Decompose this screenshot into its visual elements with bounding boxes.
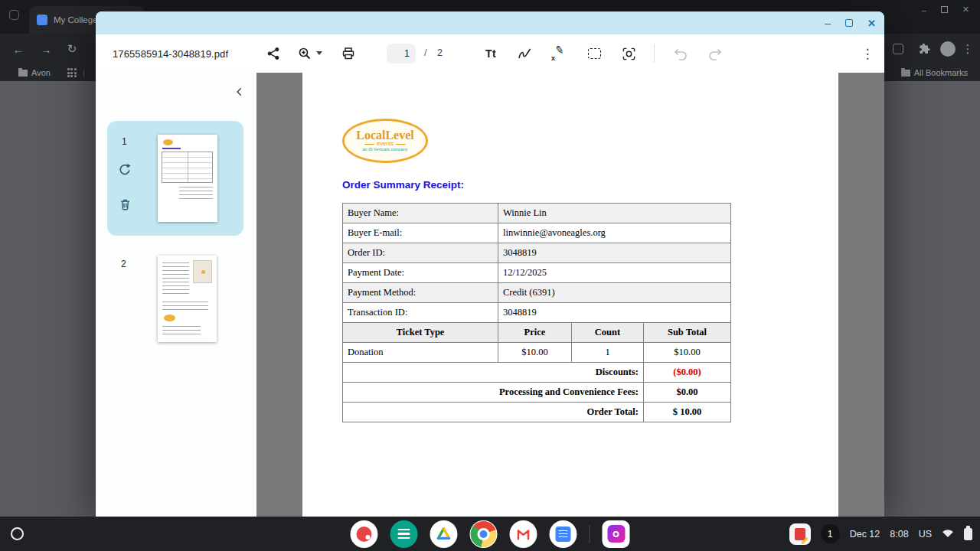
marquee-select-icon[interactable] [582,41,606,66]
logo-tagline: an IS Verticals company [362,147,407,152]
bookmark-apps[interactable] [67,68,77,77]
notification-counter[interactable]: 1 [821,524,840,543]
thumbnail-page-1[interactable]: 1 [107,121,243,236]
summary-row-fees: Processing and Convenience Fees: $0.00 [343,383,731,403]
pdf-filename: 1765585914-3048819.pdf [113,34,228,73]
toolbar-separator [654,44,655,63]
rotate-page-icon[interactable] [116,161,133,178]
folder-icon [901,70,910,77]
wifi-icon[interactable] [942,527,954,540]
page-1-number: 1 [122,136,127,147]
thumbnail-sidebar: 1 [96,73,256,517]
scan-ocr-icon[interactable] [616,41,641,66]
ticket-row: Donation $10.00 1 $10.00 [343,343,731,363]
all-bookmarks-button[interactable]: All Bookmarks [901,68,968,77]
locallevel-logo: LocalLevel events an IS Verticals compan… [342,119,428,163]
extension-icon[interactable] [893,44,903,54]
page-2-number: 2 [121,259,126,269]
share-icon[interactable] [261,41,286,66]
google-drive-icon[interactable] [430,520,458,548]
summary-row-total: Order Total: $ 10.00 [343,403,731,422]
zoom-dropdown-icon[interactable] [316,51,322,55]
tab-favicon [37,15,47,25]
receipt-table: Buyer Name: Winnie Lin Buyer E-mail: lin… [342,203,731,422]
table-row: Transaction ID: 3048819 [343,303,731,323]
text-annotation-icon[interactable]: Tt [479,41,503,66]
docs-app-icon[interactable] [550,520,577,548]
page-total: 2 [437,47,443,58]
table-row: Payment Date: 12/12/2025 [343,263,731,283]
bookmark-avon[interactable]: Avon [18,68,51,77]
gmail-icon[interactable] [510,520,537,548]
redo-icon[interactable] [703,41,727,66]
table-row: Payment Method: Credit (6391) [343,283,731,303]
status-tray: 1 Dec 12 8:08 US [789,517,972,551]
browser-minimize-icon[interactable]: – [922,5,926,15]
keyboard-layout[interactable]: US [919,529,932,540]
close-icon[interactable]: ✕ [867,18,876,29]
tab-search-icon[interactable] [9,10,19,20]
browser-window-controls: – ✕ [922,5,969,15]
delete-page-icon[interactable] [116,196,133,213]
forward-icon[interactable]: → [37,40,55,58]
puzzle-icon[interactable] [916,40,934,58]
undo-icon[interactable] [668,41,693,66]
pdf-window-titlebar: – ✕ [96,11,884,34]
apps-grid-icon [67,68,77,77]
pdf-page-1: LocalLevel events an IS Verticals compan… [302,73,838,517]
media-app-icon[interactable] [603,520,630,548]
folder-icon [18,70,28,77]
browser-menu-icon[interactable]: ⋮ [959,40,977,58]
reload-icon[interactable]: ↻ [63,40,81,58]
page-2-preview[interactable] [158,256,217,342]
draw-ink-icon[interactable] [513,41,537,66]
app-icon-red[interactable] [351,520,378,548]
more-menu-icon[interactable]: ⋮ [855,41,880,66]
battery-icon[interactable] [964,528,972,540]
chromeos-screen: My College... – ✕ ← → ↻ ⋮ Avon | All Boo… [0,0,980,551]
launcher-icon[interactable] [11,527,24,540]
bookmarks-separator: | [83,68,85,77]
table-row: Buyer Name: Winnie Lin [343,204,731,223]
shelf-separator [590,525,590,543]
minimize-icon[interactable]: – [825,19,831,27]
receipt-heading: Order Summary Receipt: [342,179,464,191]
browser-maximize-icon[interactable] [941,6,948,13]
shelf-date[interactable]: Dec 12 [850,529,880,540]
maximize-icon[interactable] [845,19,853,27]
collapse-sidebar-icon[interactable] [230,83,249,101]
tote-pdf-icon[interactable] [789,523,811,545]
shelf-apps [351,520,630,548]
logo-name: LocalLevel [356,129,414,141]
bookmark-label: Avon [31,68,51,77]
back-icon[interactable]: ← [9,40,28,58]
pdf-toolbar: 1765585914-3048819.pdf [96,34,884,73]
table-row: Buyer E-mail: linwinnie@avoneagles.org [343,223,731,243]
page-1-preview[interactable] [158,135,217,222]
all-bookmarks-label: All Bookmarks [914,68,968,77]
shelf-time[interactable]: 8:08 [890,529,908,540]
print-icon[interactable] [336,41,361,66]
chromeos-shelf: 1 Dec 12 8:08 US [0,517,980,551]
logo-subtitle: events [364,141,406,147]
chrome-icon[interactable] [470,520,498,548]
summary-row-discounts: Discounts: ($0.00) [343,363,731,383]
zoom-icon[interactable] [292,41,317,66]
app-icon-teal-list[interactable] [390,520,418,548]
page-number-input[interactable] [387,44,416,64]
pdf-viewer-window: – ✕ 1765585914-3048819.pdf [96,11,884,517]
signature-icon[interactable]: ✎ x [547,41,572,66]
page-separator: / [424,47,426,58]
browser-close-icon[interactable]: ✕ [962,5,969,15]
ticket-header-row: Ticket Type Price Count Sub Total [343,323,731,343]
table-row: Order ID: 3048819 [343,243,731,263]
profile-avatar[interactable] [940,41,956,57]
pdf-view-area[interactable]: LocalLevel events an IS Verticals compan… [256,73,884,517]
